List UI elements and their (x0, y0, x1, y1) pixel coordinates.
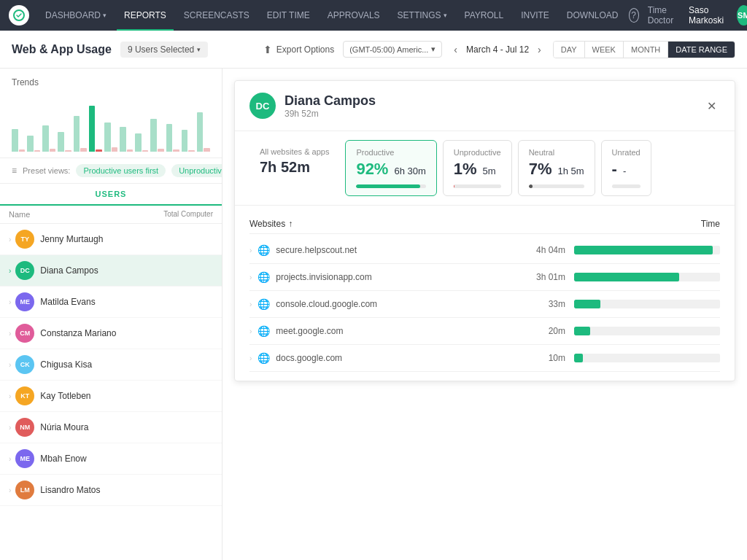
productive-bar (150, 119, 157, 152)
website-name: meet.google.com (276, 326, 529, 336)
prev-date-button[interactable]: ‹ (451, 42, 460, 57)
website-row: › 🌐 docs.google.com 10m (249, 345, 720, 372)
user-row[interactable]: › CK Chigusa Kisa (0, 349, 222, 381)
export-button[interactable]: ⬆ Export Options (263, 44, 334, 55)
users-tab[interactable]: USERS (0, 184, 222, 206)
user-row[interactable]: › LM Lisandro Matos (0, 475, 222, 506)
website-bar-container (574, 354, 720, 362)
user-avatar: NM (15, 418, 34, 437)
chevron-right-icon[interactable]: › (249, 246, 252, 254)
unproductive-bar (50, 149, 56, 152)
productive-label: Productive (356, 148, 425, 157)
left-panel: Trends ≡ Preset views: Productive users … (0, 69, 222, 560)
user-row[interactable]: › DC Diana Campos (0, 255, 222, 287)
productive-card: Productive 92% 6h 30m (345, 140, 436, 196)
neutral-label: Neutral (529, 148, 584, 157)
sort-icon[interactable]: ↑ (288, 219, 293, 229)
user-avatar: TY (15, 230, 34, 249)
nav-settings[interactable]: SETTINGS ▾ (390, 0, 454, 31)
users-selected-button[interactable]: 9 Users Selected ▾ (120, 42, 208, 58)
user-name: Jenny Murtaugh (40, 234, 213, 244)
chart-bar-group (27, 136, 40, 152)
website-name: console.cloud.google.com (276, 299, 529, 309)
unproductive-time: 5m (483, 166, 496, 176)
user-row[interactable]: › CM Constanza Mariano (0, 318, 222, 349)
month-view-button[interactable]: MONTH (624, 42, 668, 58)
website-name: projects.invisionapp.com (276, 272, 529, 282)
user-name: Lisandro Matos (40, 485, 213, 495)
user-name: Constanza Mariano (40, 328, 213, 338)
website-time: 33m (529, 299, 565, 309)
user-row[interactable]: › NM Núria Moura (0, 412, 222, 443)
nav-download[interactable]: DOWNLOAD (560, 0, 626, 31)
logo[interactable] (9, 5, 29, 26)
unproductive-bar (34, 150, 41, 152)
trends-label: Trends (12, 77, 210, 88)
website-bar (574, 327, 590, 335)
websites-section: Websites ↑ Time › 🌐 secure.helpscout.net… (235, 206, 735, 381)
next-date-button[interactable]: › (535, 42, 544, 57)
chevron-right-icon[interactable]: › (249, 273, 252, 281)
timezone-select[interactable]: (GMT-05:00) Americ... ▾ (343, 41, 442, 58)
neutral-pct: 7% (529, 160, 552, 179)
website-time: 20m (529, 326, 565, 336)
user-avatar: DC (15, 261, 34, 280)
globe-icon: 🌐 (258, 298, 270, 310)
chevron-down-icon: ▾ (444, 12, 447, 19)
unproductive-preset[interactable]: Unproductive users (171, 164, 222, 177)
websites-header: Websites ↑ Time (249, 214, 720, 234)
user-row[interactable]: › ME Matilda Evans (0, 287, 222, 318)
chart-bar-group (166, 124, 179, 152)
chart-bar-group (58, 132, 71, 152)
chevron-right-icon[interactable]: › (249, 327, 252, 335)
help-button[interactable]: ? (629, 8, 639, 23)
day-view-button[interactable]: DAY (554, 42, 585, 58)
globe-icon: 🌐 (258, 352, 270, 364)
user-avatar: CK (15, 355, 34, 374)
detail-name: Diana Campos (285, 93, 376, 109)
unproductive-bar (142, 150, 149, 152)
website-name: docs.google.com (276, 353, 529, 363)
user-name: Saso Markoski (689, 5, 728, 26)
subheader: Web & App Usage 9 Users Selected ▾ ⬆ Exp… (0, 31, 747, 69)
user-name: Matilda Evans (40, 297, 213, 307)
nav-approvals[interactable]: APPROVALS (320, 0, 387, 31)
unproductive-progress (454, 184, 501, 188)
nav-edit-time[interactable]: EDIT TIME (260, 0, 317, 31)
brand-name: Time Doctor (648, 5, 680, 26)
globe-icon: 🌐 (258, 244, 270, 256)
nav-screencasts[interactable]: SCREENCASTS (177, 0, 257, 31)
chevron-right-icon[interactable]: › (249, 354, 252, 362)
user-avatar: ME (15, 449, 34, 468)
detail-avatar: DC (249, 93, 276, 119)
website-bar-container (574, 327, 720, 335)
website-name: secure.helpscout.net (276, 245, 529, 255)
productive-first-preset[interactable]: Productive users first (76, 164, 166, 177)
productive-time: 6h 30m (394, 166, 425, 176)
nav-reports[interactable]: REPORTS (117, 0, 174, 31)
nav-dashboard[interactable]: DASHBOARD ▾ (38, 0, 114, 31)
neutral-card: Neutral 7% 1h 5m (518, 140, 595, 196)
chevron-right-icon[interactable]: › (249, 300, 252, 308)
week-view-button[interactable]: WEEK (585, 42, 624, 58)
website-row: › 🌐 secure.helpscout.net 4h 04m (249, 237, 720, 264)
avatar[interactable]: SM (737, 5, 747, 26)
detail-header: DC Diana Campos 39h 52m ✕ (235, 81, 735, 131)
user-row[interactable]: › KT Kay Totleben (0, 381, 222, 412)
productive-bar (120, 127, 126, 152)
nav-invite[interactable]: INVITE (514, 0, 557, 31)
chevron-right-icon: › (9, 361, 11, 369)
productive-bar (89, 106, 96, 152)
website-time: 10m (529, 353, 565, 363)
nav-payroll[interactable]: PAYROLL (457, 0, 511, 31)
user-row[interactable]: › ME Mbah Enow (0, 443, 222, 475)
user-row[interactable]: › TY Jenny Murtaugh (0, 224, 222, 255)
right-panel: DC Diana Campos 39h 52m ✕ All websites &… (222, 69, 747, 560)
chevron-right-icon: › (9, 455, 11, 463)
date-range-view-button[interactable]: DATE RANGE (668, 42, 735, 58)
website-row: › 🌐 projects.invisionapp.com 3h 01m (249, 264, 720, 291)
chart-bar-group (120, 127, 133, 152)
websites-label: Websites ↑ (249, 219, 293, 229)
close-button[interactable]: ✕ (703, 97, 720, 114)
unproductive-bar (19, 149, 26, 152)
